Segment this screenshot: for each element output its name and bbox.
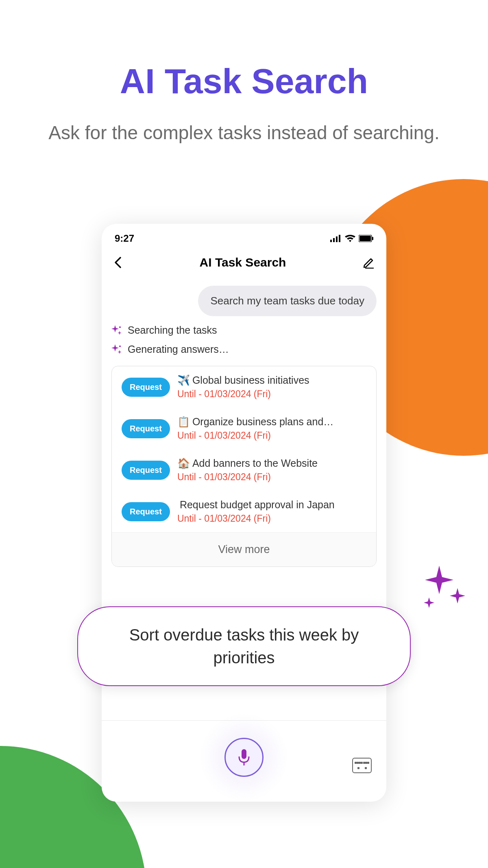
sparkle-icon [111, 344, 122, 355]
page-subtitle: Ask for the complex tasks instead of sea… [0, 122, 488, 144]
status-bar: 9:27 [102, 224, 386, 248]
svg-rect-5 [359, 236, 371, 241]
svg-point-9 [119, 345, 121, 347]
svg-rect-2 [336, 236, 338, 242]
svg-rect-0 [330, 240, 332, 242]
mic-button-glow [199, 713, 289, 802]
ai-status-searching: Searching the tasks [111, 324, 377, 336]
back-icon[interactable] [113, 256, 123, 269]
task-row[interactable]: Request ✈️Global business initiatives Un… [112, 366, 376, 408]
task-row[interactable]: Request 🏠Add banners to the Website Unti… [112, 449, 376, 491]
sparkle-decoration-icon [419, 566, 468, 610]
svg-rect-3 [339, 235, 340, 242]
task-type-badge: Request [122, 378, 170, 397]
task-due-date: Until - 01/03/2024 (Fri) [177, 472, 366, 483]
microphone-icon [237, 748, 251, 766]
suggestion-pill[interactable]: Sort overdue tasks this week by prioriti… [77, 606, 411, 686]
battery-icon [359, 235, 373, 242]
task-type-badge: Request [122, 419, 170, 438]
chat-area: Search my team tasks due today Searching… [102, 275, 386, 567]
task-due-date: Until - 01/03/2024 (Fri) [177, 513, 366, 524]
edit-icon[interactable] [363, 256, 375, 269]
phone-mockup: 9:27 AI Task Search Search my team tasks… [102, 224, 386, 802]
page-title: AI Task Search [0, 61, 488, 101]
task-type-badge: Request [122, 502, 170, 521]
ai-status-generating: Generating answers… [111, 343, 377, 355]
mic-button[interactable] [224, 738, 264, 777]
view-more-button[interactable]: View more [112, 532, 376, 566]
task-row[interactable]: Request Request budget approval in Japan… [112, 491, 376, 532]
user-message-bubble[interactable]: Search my team tasks due today [198, 286, 377, 316]
task-title: Request budget approval in Japan [177, 499, 366, 511]
keyboard-button[interactable] [352, 758, 372, 773]
ai-status-text: Searching the tasks [128, 324, 217, 336]
task-due-date: Until - 01/03/2024 (Fri) [177, 430, 366, 441]
svg-point-8 [119, 326, 121, 328]
task-title: 🏠Add banners to the Website [177, 457, 366, 469]
svg-rect-6 [372, 237, 373, 240]
input-bar [102, 720, 386, 802]
signal-icon [330, 235, 342, 242]
svg-rect-10 [242, 749, 246, 759]
screen-title: AI Task Search [200, 256, 286, 269]
sparkle-icon [111, 325, 122, 336]
status-icons [330, 235, 373, 242]
navigation-bar: AI Task Search [102, 248, 386, 275]
task-row[interactable]: Request 📋Organize business plans and… Un… [112, 408, 376, 449]
task-title: ✈️Global business initiatives [177, 374, 366, 386]
status-time: 9:27 [115, 233, 134, 244]
task-title: 📋Organize business plans and… [177, 416, 366, 428]
wifi-icon [345, 235, 355, 242]
task-due-date: Until - 01/03/2024 (Fri) [177, 389, 366, 400]
task-type-badge: Request [122, 461, 170, 480]
ai-status-text: Generating answers… [128, 343, 229, 355]
svg-rect-1 [333, 238, 335, 242]
task-results-card: Request ✈️Global business initiatives Un… [111, 366, 377, 567]
